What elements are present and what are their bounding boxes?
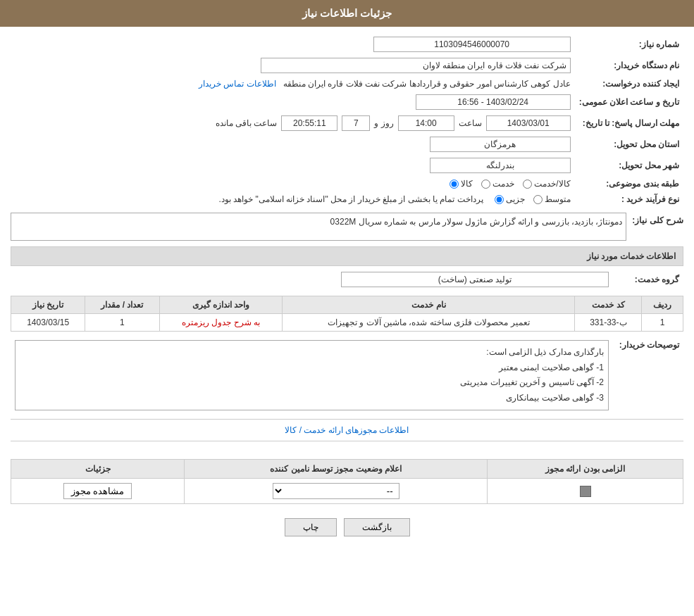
permit-col-required: الزامی بودن ارائه مجوز	[488, 460, 683, 479]
purchase-type-option-small: جزیی	[495, 194, 525, 204]
cell-unit: به شرح جدول ریزمتره	[159, 314, 283, 332]
need-description-section: شرح کلی نیاز: دمونتاژ، بازدید، بازرسی و …	[11, 213, 683, 241]
cell-date: 1403/03/15	[11, 314, 85, 332]
need-number-value: 1103094546000070	[373, 37, 571, 52]
need-description-label: شرح کلی نیاز:	[632, 213, 683, 225]
category-radio-kala[interactable]	[450, 180, 459, 189]
buyer-note-line2: 2- آگهی تاسیس و آخرین تغییرات مدیریتی	[20, 375, 604, 391]
category-radio-kala-khedmat[interactable]	[523, 180, 532, 189]
col-header-service-code: کد خدمت	[575, 296, 642, 314]
purchase-type-label: نوع فرآیند خرید :	[575, 191, 683, 207]
response-deadline-row: 1403/03/01 ساعت 14:00 روز و 7 20:55:11 س…	[15, 115, 571, 131]
page-container: جزئیات اطلاعات نیاز شماره نیاز: 11030945…	[0, 0, 694, 616]
permit-col-status: اعلام وضعیت مجوز توسط نامین کننده	[185, 460, 488, 479]
view-permit-button[interactable]: مشاهده مجوز	[63, 483, 132, 499]
cell-quantity: 1	[85, 314, 159, 332]
delivery-city-label: شهر محل تحویل:	[575, 155, 683, 176]
content-area: شماره نیاز: 1103094546000070 نام دستگاه …	[0, 27, 694, 558]
small-label: جزیی	[506, 194, 525, 204]
cell-row: 1	[642, 314, 683, 332]
col-header-service-name: نام خدمت	[283, 296, 575, 314]
cell-service-name: تعمیر محصولات فلزی ساخته شده، ماشین آلات…	[283, 314, 575, 332]
page-title: جزئیات اطلاعات نیاز	[302, 7, 392, 19]
purchase-radio-medium[interactable]	[533, 195, 543, 204]
response-days-label: روز و	[374, 118, 393, 128]
response-remaining-value: 20:55:11	[281, 115, 337, 131]
permit-table: الزامی بودن ارائه مجوز اعلام وضعیت مجوز …	[11, 459, 683, 504]
permit-row: -- مشاهده مجوز	[11, 479, 683, 504]
need-number-label: شماره نیاز:	[575, 34, 683, 55]
response-remaining-label: ساعت باقی مانده	[216, 118, 278, 128]
page-header: جزئیات اطلاعات نیاز	[0, 0, 694, 27]
response-deadline-label: مهلت ارسال پاسخ: تا تاریخ:	[575, 113, 683, 134]
buyer-notes-label: توصیحات خریدار:	[613, 337, 683, 413]
service-group-label: گروه خدمت:	[613, 269, 683, 290]
creator-link[interactable]: اطلاعات تماس خریدار	[199, 79, 276, 89]
kala-label: کالا	[461, 179, 473, 189]
permit-status-dropdown[interactable]: --	[273, 483, 399, 499]
response-days-value: 7	[342, 115, 370, 131]
response-time-label: ساعت	[459, 118, 482, 128]
purchase-note: پرداخت تمام یا بخشی از مبلغ خریدار از مح…	[218, 194, 483, 204]
category-radio-group: کالا/خدمت خدمت کالا	[15, 179, 571, 189]
buyer-note-line1: 1- گواهی صلاحیت ایمنی معتبر	[20, 360, 604, 376]
purchase-type-option-medium: متوسط	[533, 194, 571, 204]
footer-buttons: بازگشت چاپ	[11, 518, 683, 536]
service-group-value: تولید صنعتی (ساخت)	[341, 272, 609, 287]
category-option-kala-khedmat: کالا/خدمت	[523, 179, 570, 189]
back-button[interactable]: بازگشت	[344, 518, 410, 536]
category-option-khedmat: خدمت	[481, 179, 514, 189]
need-description-value: دمونتاژ، بازدید، بازرسی و ارائه گزارش ما…	[11, 213, 626, 241]
purchase-radio-small[interactable]	[495, 195, 504, 204]
buyer-notes-content: بارگذاری مدارک ذیل الزامی است: 1- گواهی …	[15, 340, 609, 410]
col-header-row: ردیف	[642, 296, 683, 314]
col-header-quantity: تعداد / مقدار	[85, 296, 159, 314]
medium-label: متوسط	[545, 194, 571, 204]
table-row: 1 ب-33-331 تعمیر محصولات فلزی ساخته شده،…	[11, 314, 683, 332]
category-option-kala: کالا	[450, 179, 473, 189]
announce-date-label: تاریخ و ساعت اعلان عمومی:	[575, 92, 683, 113]
announce-date-value: 1403/02/24 - 16:56	[416, 94, 571, 110]
buyer-org-value: شرکت نفت فلات قاره ایران منطقه لاوان	[261, 58, 571, 73]
info-table: شماره نیاز: 1103094546000070 نام دستگاه …	[11, 34, 683, 207]
services-table: ردیف کد خدمت نام خدمت واحد اندازه گیری ت…	[11, 296, 683, 332]
buyer-note-line3: 3- گواهی صلاحیت بیمانکاری	[20, 391, 604, 406]
permit-col-details: جزئیات	[11, 460, 185, 479]
cell-service-code: ب-33-331	[575, 314, 642, 332]
creator-value: عادل کوهی کارشناس امور حقوقی و قراردادها…	[283, 79, 571, 89]
buyer-note-title: بارگذاری مدارک ذیل الزامی است:	[20, 345, 604, 360]
response-time-value: 14:00	[398, 115, 454, 131]
service-info-header: اطلاعات خدمات مورد نیاز	[11, 246, 683, 266]
delivery-city-value: بندرلنگه	[430, 158, 571, 173]
purchase-type-radio-group: متوسط جزیی	[495, 194, 571, 204]
delivery-province-label: استان محل تحویل:	[575, 134, 683, 155]
category-label: طبقه بندی موضوعی:	[575, 176, 683, 191]
category-radio-khedmat[interactable]	[481, 180, 490, 189]
buyer-org-label: نام دستگاه خریدار:	[575, 55, 683, 76]
delivery-province-value: هرمزگان	[430, 137, 571, 152]
buyer-notes-table: توصیحات خریدار: بارگذاری مدارک ذیل الزام…	[11, 337, 683, 413]
khedmat-label: خدمت	[492, 179, 514, 189]
service-group-table: گروه خدمت: تولید صنعتی (ساخت)	[11, 269, 683, 290]
kala-khedmat-label: کالا/خدمت	[534, 179, 570, 189]
purchase-type-row: متوسط جزیی پرداخت تمام یا بخشی از مبلغ خ…	[15, 194, 571, 204]
creator-label: ایجاد کننده درخواست:	[575, 76, 683, 92]
permit-section-link[interactable]: اطلاعات مجوزهای ارائه خدمت / کالا	[285, 425, 409, 435]
col-header-date: تاریخ نیاز	[11, 296, 85, 314]
response-date-value: 1403/03/01	[486, 115, 571, 131]
permit-required-checkbox[interactable]	[580, 486, 591, 497]
col-header-unit: واحد اندازه گیری	[159, 296, 283, 314]
print-button[interactable]: چاپ	[285, 518, 337, 536]
